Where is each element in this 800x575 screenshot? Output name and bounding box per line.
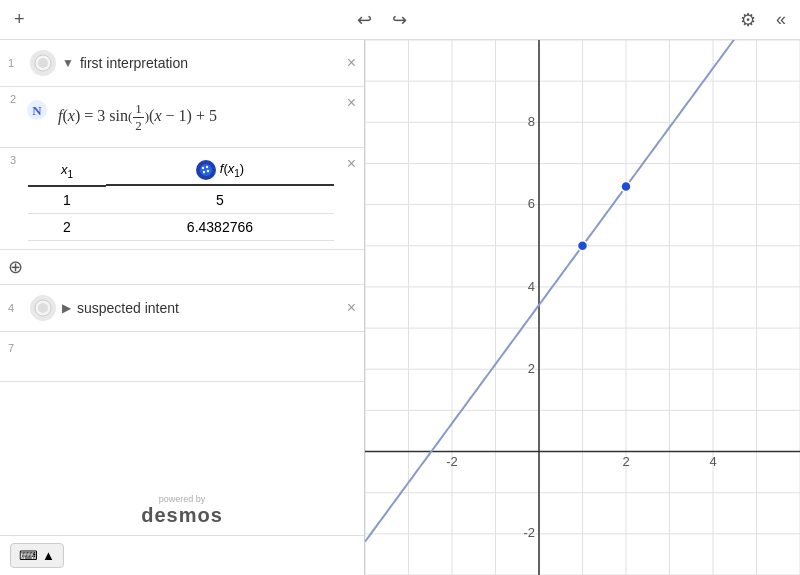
- powered-by-text: powered by: [0, 494, 364, 504]
- table-row-2: 2 6.4382766: [28, 214, 334, 241]
- svg-point-10: [38, 303, 48, 313]
- suspected-close-button[interactable]: ×: [347, 299, 356, 317]
- desmos-logo-text: desmos: [141, 504, 223, 526]
- row-num-1: 1: [8, 57, 24, 69]
- keyboard-button[interactable]: ⌨ ▲: [10, 543, 64, 568]
- blue-dot-icon: [196, 160, 216, 180]
- graph-canvas: [365, 40, 800, 575]
- svg-text:N: N: [32, 103, 42, 118]
- folder-title: first interpretation: [80, 55, 341, 71]
- svg-point-8: [207, 170, 209, 172]
- collapse-button[interactable]: «: [772, 5, 790, 34]
- settings-button[interactable]: ⚙: [736, 5, 760, 35]
- spacer-row-7: 7: [0, 332, 364, 382]
- table-cell-x2: 2: [28, 214, 106, 241]
- expr-close-2[interactable]: ×: [347, 95, 356, 111]
- undo-button[interactable]: ↩: [353, 5, 376, 35]
- expr-close-3[interactable]: ×: [347, 156, 356, 172]
- row-num-2: 2: [0, 87, 22, 147]
- keyboard-icon: ⌨: [19, 548, 38, 563]
- suspected-circle-icon: [30, 295, 56, 321]
- col2-header: f(x1): [106, 156, 334, 186]
- dot-pattern-icon: [199, 163, 213, 177]
- folder-circle-icon: [30, 50, 56, 76]
- expr-icon-2: N: [22, 87, 52, 147]
- data-table: x1: [28, 156, 334, 241]
- svg-point-4: [200, 164, 212, 176]
- table-cell-fx1: 5: [106, 186, 334, 214]
- graph-panel: [365, 40, 800, 575]
- svg-point-6: [206, 166, 208, 168]
- suspected-expand-button[interactable]: ▶: [62, 301, 71, 315]
- expr-row-2: 2 N f(x) = 3 sin(12)(x − 1) + 5 ×: [0, 87, 364, 148]
- expr-row-3: 3 x1: [0, 148, 364, 250]
- main-layout: 1 ▼ first interpretation × 2 N: [0, 40, 800, 575]
- add-button[interactable]: +: [10, 5, 29, 34]
- row-num-7: 7: [8, 342, 14, 371]
- svg-point-7: [203, 171, 205, 173]
- bottom-bar: ⌨ ▲: [0, 535, 364, 575]
- table-cell-x1: 1: [28, 186, 106, 214]
- arrow-up-icon: ▲: [42, 548, 55, 563]
- desmos-brand: powered by desmos: [0, 486, 364, 535]
- col2-header-text: f(x1): [220, 161, 244, 179]
- row-num-4: 4: [8, 302, 24, 314]
- redo-button[interactable]: ↪: [388, 5, 411, 35]
- math-formula: f(x) = 3 sin(12)(x − 1) + 5: [58, 95, 334, 139]
- svg-point-1: [38, 58, 48, 68]
- formula-content: f(x) = 3 sin(12)(x − 1) + 5 ×: [52, 87, 364, 147]
- folder-row-1: 1 ▼ first interpretation ×: [0, 40, 364, 87]
- folder-inner-icon: [34, 54, 52, 72]
- row-num-3: 3: [0, 148, 22, 166]
- folder-expand-button[interactable]: ▼: [62, 56, 74, 70]
- left-panel: 1 ▼ first interpretation × 2 N: [0, 40, 365, 575]
- table-cell-fx2: 6.4382766: [106, 214, 334, 241]
- folder-close-button[interactable]: ×: [347, 54, 356, 72]
- col1-header: x1: [28, 156, 106, 186]
- table-content: x1: [22, 148, 364, 249]
- zoom-row: ⊕: [0, 250, 364, 285]
- svg-point-5: [202, 167, 204, 169]
- folder-triangle-icon: ▼: [62, 56, 74, 70]
- desmos-n-icon: N: [26, 99, 48, 121]
- zoom-button[interactable]: ⊕: [8, 256, 23, 278]
- suspected-triangle-icon: ▶: [62, 301, 71, 315]
- toolbar: + ↩ ↪ ⚙ «: [0, 0, 800, 40]
- suspected-title: suspected intent: [77, 300, 341, 316]
- table-row-1: 1 5: [28, 186, 334, 214]
- suspected-row: 4 ▶ suspected intent ×: [0, 285, 364, 332]
- suspected-inner-icon: [34, 299, 52, 317]
